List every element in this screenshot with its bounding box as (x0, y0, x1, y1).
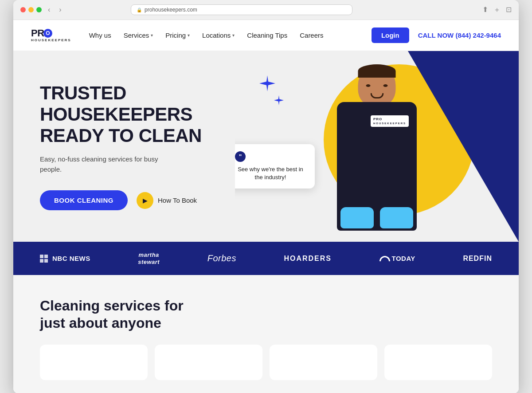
login-button[interactable]: Login (372, 28, 409, 43)
glove-left (340, 207, 374, 228)
minimize-dot[interactable] (28, 7, 34, 12)
new-tab-icon[interactable]: ＋ (493, 5, 501, 15)
eye-right (383, 84, 388, 87)
person-hair (358, 64, 396, 78)
logo[interactable]: PR O HOUSEKEEPERS (31, 28, 71, 42)
housekeeper-figure: PROHOUSEKEEPERS (306, 55, 448, 242)
nav-careers[interactable]: Careers (300, 31, 323, 39)
forward-button[interactable]: › (56, 5, 64, 15)
quote-bubble: " See why we're the best in the industry… (235, 144, 315, 189)
address-bar[interactable]: 🔒 prohousekeepers.com (131, 4, 352, 15)
logo-subtitle: HOUSEKEEPERS (31, 38, 71, 42)
browser-actions: ⬆ ＋ ⊡ (482, 5, 512, 15)
browser-window: ‹ › 🔒 prohousekeepers.com ⬆ ＋ ⊡ PR O HOU… (13, 0, 519, 393)
quote-mark-icon: " (235, 151, 246, 162)
nav-links: Why us Services ▾ Pricing ▾ Locations ▾ … (89, 31, 357, 39)
service-card-4[interactable] (384, 345, 492, 380)
book-cleaning-button[interactable]: BOOK CLEANING (40, 190, 128, 210)
locations-caret: ▾ (232, 33, 235, 38)
glove-right (380, 207, 413, 228)
hero-subtitle: Easy, no-fuss cleaning services for busy… (40, 154, 173, 174)
media-logos-bar: NBC NEWS marthastewart Forbes HOARDERS T… (13, 242, 519, 275)
redfin-logo: REDFIN (463, 255, 492, 263)
logo-o: O (43, 29, 52, 38)
nav-why[interactable]: Why us (89, 31, 111, 39)
browser-chrome: ‹ › 🔒 prohousekeepers.com ⬆ ＋ ⊡ (13, 0, 519, 20)
nav-right: Login CALL NOW (844) 242-9464 (372, 28, 501, 43)
call-link[interactable]: CALL NOW (844) 242-9464 (418, 31, 501, 39)
url-text: prohousekeepers.com (145, 7, 197, 13)
maximize-dot[interactable] (36, 7, 42, 12)
share-icon[interactable]: ⬆ (482, 5, 488, 15)
eye-left (366, 84, 371, 87)
sparkle-large-icon (259, 75, 275, 93)
person-gloves (340, 207, 413, 228)
window-controls (20, 7, 42, 12)
service-card-1[interactable] (40, 345, 148, 380)
hero-right: PROHOUSEKEEPERS " See why we're the best… (235, 51, 519, 242)
hero-section: TRUSTED HOUSEKEEPERS READY TO CLEAN Easy… (13, 51, 519, 242)
nav-pricing[interactable]: Pricing ▾ (165, 31, 190, 39)
close-dot[interactable] (20, 7, 26, 12)
service-card-2[interactable] (155, 345, 262, 380)
services-caret: ▾ (151, 33, 153, 38)
services-title: Cleaning services for just about anyone (40, 297, 492, 331)
service-card-3[interactable] (270, 345, 377, 380)
today-rainbow-icon (379, 256, 390, 261)
nbc-icon (40, 255, 48, 263)
quote-text: See why we're the best in the industry! (235, 165, 306, 181)
person-head (358, 64, 396, 106)
logo-text: PR (31, 28, 44, 38)
nav-locations[interactable]: Locations ▾ (202, 31, 235, 39)
play-icon: ▶ (137, 192, 153, 209)
martha-stewart-logo: marthastewart (138, 252, 160, 265)
hero-left: TRUSTED HOUSEKEEPERS READY TO CLEAN Easy… (13, 51, 235, 242)
shirt-logo: PROHOUSEKEEPERS (371, 115, 409, 127)
person-mouth (370, 93, 383, 98)
service-cards (40, 345, 492, 380)
pricing-caret: ▾ (188, 33, 190, 38)
website-content: PR O HOUSEKEEPERS Why us Services ▾ Pric… (13, 20, 519, 393)
nav-cleaning-tips[interactable]: Cleaning Tips (247, 31, 287, 39)
back-button[interactable]: ‹ (45, 5, 53, 15)
hero-buttons: BOOK CLEANING ▶ How To Book (40, 190, 235, 210)
hero-title: TRUSTED HOUSEKEEPERS READY TO CLEAN (40, 83, 235, 147)
sparkle-small-icon (274, 95, 284, 107)
nbc-news-logo: NBC NEWS (40, 255, 90, 263)
services-section: Cleaning services for just about anyone (13, 275, 519, 393)
hoarders-logo: HOARDERS (284, 255, 332, 263)
browser-controls: ‹ › 🔒 prohousekeepers.com ⬆ ＋ ⊡ (20, 4, 512, 15)
lock-icon: 🔒 (137, 8, 142, 12)
how-to-book-link[interactable]: ▶ How To Book (137, 192, 197, 209)
sidebar-icon[interactable]: ⊡ (506, 5, 512, 15)
forbes-logo: Forbes (207, 253, 236, 263)
today-logo: TODAY (379, 255, 415, 262)
nav-services[interactable]: Services ▾ (124, 31, 153, 39)
navbar: PR O HOUSEKEEPERS Why us Services ▾ Pric… (13, 20, 519, 51)
